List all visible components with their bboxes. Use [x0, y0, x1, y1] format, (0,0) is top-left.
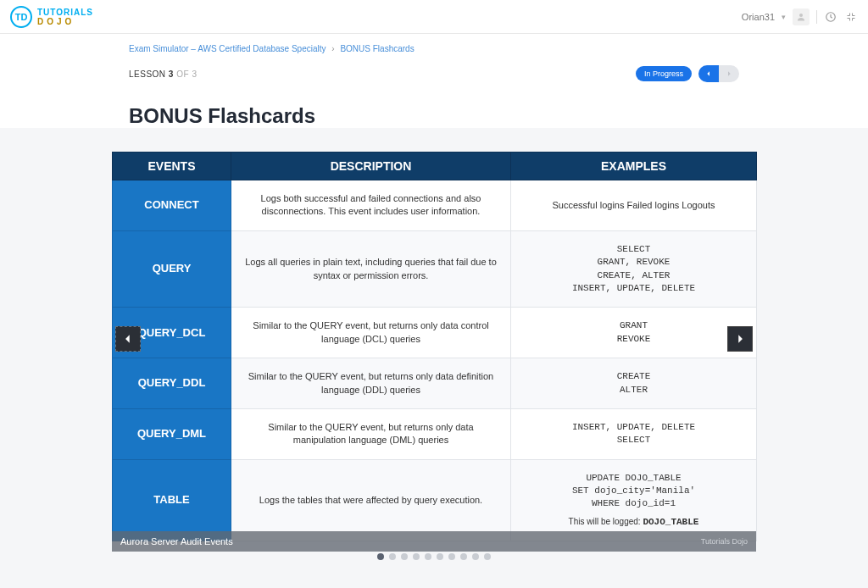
event-description: Logs both successful and failed connecti… [231, 180, 511, 231]
svg-point-0 [799, 14, 803, 17]
col-events: EVENTS [113, 153, 231, 180]
table-row: QUERY_DMLSimilar to the QUERY event, but… [113, 408, 757, 459]
event-examples: UPDATE DOJO_TABLE SET dojo_city='Manila'… [511, 459, 757, 541]
carousel-dot[interactable] [389, 553, 396, 560]
carousel-next-button[interactable] [727, 326, 753, 352]
carousel-dot[interactable] [460, 553, 467, 560]
table-row: QUERY_DDLSimilar to the QUERY event, but… [113, 358, 757, 409]
event-examples: SELECT GRANT, REVOKE CREATE, ALTER INSER… [511, 230, 757, 308]
table-row: QUERYLogs all queries in plain text, inc… [113, 230, 757, 308]
carousel-dot[interactable] [448, 553, 455, 560]
status-badge: In Progress [636, 66, 692, 81]
brand-logo[interactable]: TD TUTORIALS DOJO [10, 6, 93, 28]
flashcard: EVENTS DESCRIPTION EXAMPLES CONNECTLogs … [112, 152, 756, 585]
logo-line1: TUTORIALS [37, 8, 93, 17]
event-examples: Successful logins Failed logins Logouts [511, 180, 757, 231]
event-examples: INSERT, UPDATE, DELETE SELECT [511, 408, 757, 459]
col-description: DESCRIPTION [231, 153, 511, 180]
history-icon[interactable] [824, 10, 837, 24]
event-examples: CREATE ALTER [511, 358, 757, 409]
carousel-dot[interactable] [437, 553, 443, 560]
prev-lesson-button[interactable] [698, 65, 719, 82]
carousel-dot[interactable] [484, 553, 491, 560]
event-description: Similar to the QUERY event, but returns … [231, 358, 511, 409]
carousel-dot[interactable] [413, 553, 420, 560]
events-table: EVENTS DESCRIPTION EXAMPLES CONNECTLogs … [112, 152, 757, 541]
table-row: TABLELogs the tables that were affected … [113, 459, 757, 541]
logo-initials: TD [10, 6, 32, 28]
username[interactable]: Orian31 [742, 12, 775, 22]
carousel-dot[interactable] [377, 553, 384, 560]
breadcrumb-parent[interactable]: Exam Simulator – AWS Certified Database … [129, 44, 326, 53]
logo-line2: DOJO [37, 17, 93, 26]
carousel-dot[interactable] [472, 553, 479, 560]
table-row: CONNECTLogs both successful and failed c… [113, 180, 757, 231]
event-name: TABLE [113, 459, 231, 541]
event-name: QUERY_DML [113, 408, 231, 459]
event-name: QUERY_DDL [113, 358, 231, 409]
divider [816, 10, 817, 24]
col-examples: EXAMPLES [511, 153, 757, 180]
avatar[interactable] [793, 8, 810, 25]
breadcrumb-current[interactable]: BONUS Flashcards [340, 44, 414, 53]
event-description: Logs the tables that were affected by qu… [231, 459, 511, 541]
shrink-icon[interactable] [844, 10, 858, 24]
lesson-indicator: LESSON 3 OF 3 [129, 69, 197, 79]
carousel-dot[interactable] [425, 553, 431, 560]
carousel-prev-button[interactable] [115, 326, 141, 352]
page-title: BONUS Flashcards [129, 104, 739, 128]
event-name: QUERY [113, 230, 231, 308]
event-description: Logs all queries in plain text, includin… [231, 230, 511, 308]
carousel-dot[interactable] [401, 553, 408, 560]
chevron-down-icon[interactable]: ▾ [782, 13, 786, 21]
lesson-nav [698, 65, 739, 82]
event-name: CONNECT [113, 180, 231, 231]
flashcard-caption: Aurora Server Audit Events Tutorials Doj… [112, 531, 756, 552]
table-row: QUERY_DCLSimilar to the QUERY event, but… [113, 308, 757, 358]
event-examples: GRANT REVOKE [511, 308, 757, 358]
next-lesson-button [719, 65, 739, 82]
event-description: Similar to the QUERY event, but returns … [231, 308, 511, 358]
event-description: Similar to the QUERY event, but returns … [231, 408, 511, 459]
breadcrumb: Exam Simulator – AWS Certified Database … [129, 34, 739, 57]
